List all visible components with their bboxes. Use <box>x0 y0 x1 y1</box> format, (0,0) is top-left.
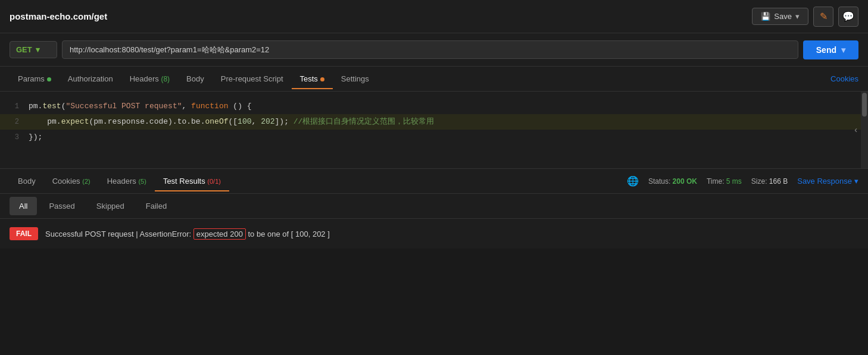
top-bar: postman-echo.com/get 💾 Save ▾ ✎ 💬 <box>0 0 868 33</box>
page-title: postman-echo.com/get <box>10 11 107 21</box>
request-tabs-bar: Params Authorization Headers (8) Body Pr… <box>0 67 868 92</box>
resp-tab-cookies[interactable]: Cookies (2) <box>44 171 99 191</box>
code-editor[interactable]: 1 pm.test("Successful POST request", fun… <box>0 92 868 169</box>
fail-badge: FAIL <box>10 227 38 240</box>
result-tab-all[interactable]: All <box>10 197 37 215</box>
code-content-2: pm.expect(pm.response.code).to.be.oneOf(… <box>29 114 868 130</box>
tab-body[interactable]: Body <box>178 68 213 89</box>
comment-icon: 💬 <box>842 11 854 22</box>
tab-prerequest[interactable]: Pre-request Script <box>213 68 292 89</box>
method-chevron-icon: ▾ <box>36 45 40 54</box>
result-tab-all-label: All <box>19 202 27 211</box>
fail-message-prefix: Successful POST request | AssertionError… <box>45 230 193 238</box>
result-tab-passed-label: Passed <box>49 202 74 211</box>
method-select[interactable]: GET ▾ <box>10 41 57 58</box>
tab-headers[interactable]: Headers (8) <box>121 68 178 89</box>
resp-tab-body[interactable]: Body <box>10 171 44 191</box>
save-button[interactable]: 💾 Save ▾ <box>752 8 808 25</box>
collapse-arrow-icon[interactable]: ‹ <box>854 122 858 138</box>
params-dot <box>47 77 51 81</box>
top-bar-actions: 💾 Save ▾ ✎ 💬 <box>752 7 858 27</box>
send-label: Send <box>816 45 836 55</box>
method-label: GET <box>16 45 32 54</box>
code-content-3: }); <box>29 130 868 145</box>
result-tab-skipped[interactable]: Skipped <box>87 197 134 215</box>
resp-tab-headers[interactable]: Headers (5) <box>99 171 155 191</box>
code-content-1: pm.test("Successful POST request", funct… <box>29 99 868 114</box>
save-response-label: Save Response <box>797 177 852 186</box>
status-info: 🌐 Status: 200 OK Time: 5 ms Size: 166 B … <box>627 175 858 187</box>
size-value: 166 B <box>769 177 788 186</box>
scrollbar-thumb <box>862 93 867 117</box>
result-tab-skipped-label: Skipped <box>96 202 124 211</box>
result-tab-failed-label: Failed <box>146 202 167 211</box>
globe-icon: 🌐 <box>627 175 639 187</box>
line-number-1: 1 <box>0 99 29 114</box>
status-value: 200 OK <box>673 177 697 186</box>
url-bar: GET ▾ Send ▾ <box>0 33 868 67</box>
send-chevron-icon: ▾ <box>841 45 845 55</box>
result-tab-passed[interactable]: Passed <box>39 197 84 215</box>
tab-params[interactable]: Params <box>10 68 60 89</box>
tab-tests[interactable]: Tests <box>292 68 333 89</box>
comment-button[interactable]: 💬 <box>838 7 858 27</box>
fail-message: Successful POST request | AssertionError… <box>45 230 330 238</box>
time-value: 5 ms <box>726 177 742 186</box>
fail-message-suffix: to be one of [ 100, 202 ] <box>246 230 330 238</box>
code-line-1: 1 pm.test("Successful POST request", fun… <box>0 99 868 114</box>
result-tab-failed[interactable]: Failed <box>136 197 176 215</box>
line-number-2: 2 <box>0 114 29 130</box>
fail-highlighted-text: expected 200 <box>193 228 246 240</box>
scrollbar[interactable] <box>861 92 868 168</box>
url-input[interactable] <box>62 40 798 59</box>
response-tabs-bar: Body Cookies (2) Headers (5) Test Result… <box>0 169 868 194</box>
send-button[interactable]: Send ▾ <box>803 40 858 59</box>
tests-dot <box>320 77 324 81</box>
edit-button[interactable]: ✎ <box>813 7 833 27</box>
edit-icon: ✎ <box>820 11 828 22</box>
code-line-2: 2 pm.expect(pm.response.code).to.be.oneO… <box>0 114 868 130</box>
save-response-button[interactable]: Save Response ▾ <box>797 177 858 186</box>
save-icon: 💾 <box>761 12 770 21</box>
line-number-3: 3 <box>0 130 29 145</box>
result-tabs-bar: All Passed Skipped Failed <box>0 194 868 219</box>
resp-tab-testresults[interactable]: Test Results (0/1) <box>155 171 229 191</box>
save-chevron-icon: ▾ <box>795 12 800 21</box>
save-response-chevron-icon: ▾ <box>854 177 858 186</box>
tab-authorization[interactable]: Authorization <box>60 68 121 89</box>
cookies-link[interactable]: Cookies <box>830 74 858 83</box>
tab-settings[interactable]: Settings <box>333 68 377 89</box>
fail-row: FAIL Successful POST request | Assertion… <box>0 219 868 249</box>
code-line-3: 3 }); <box>0 130 868 145</box>
